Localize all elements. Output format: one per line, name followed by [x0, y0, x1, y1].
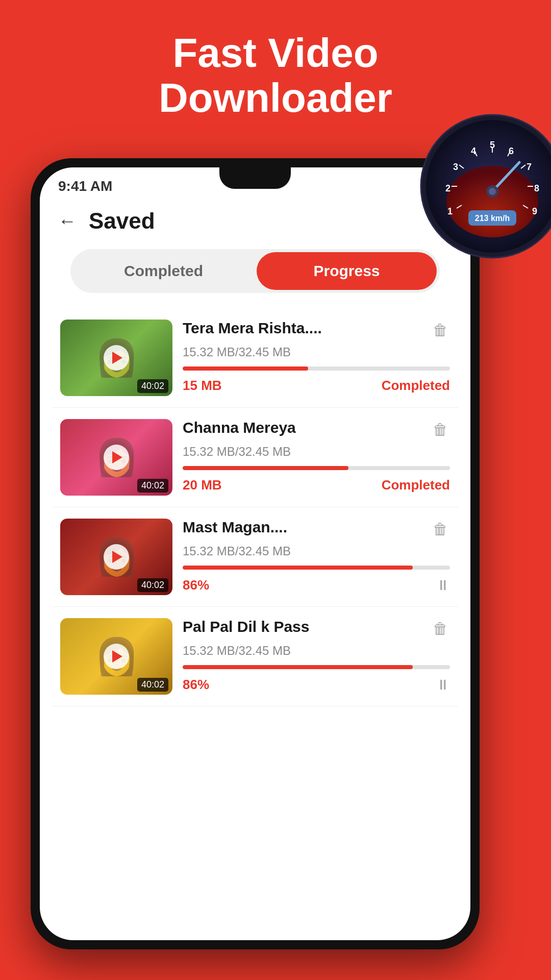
back-button[interactable]: ←: [58, 210, 77, 232]
progress-fill: [183, 466, 348, 470]
delete-button[interactable]: 🗑: [431, 320, 450, 341]
video-status-row: 86% ⏸: [183, 577, 450, 594]
play-button[interactable]: [104, 445, 129, 470]
video-thumbnail[interactable]: 👩 40:02: [60, 320, 172, 396]
video-status-row: 20 MB Completed: [183, 477, 450, 493]
list-item: 👩 40:02 Channa Mereya 🗑 15.32 MB/32.45 M…: [52, 408, 458, 507]
video-thumbnail[interactable]: 👩 40:02: [60, 419, 172, 496]
video-size: 15.32 MB/32.45 MB: [183, 644, 450, 658]
list-item: 👩 40:02 Pal Pal Dil k Pass 🗑 15.32 MB/32…: [52, 607, 458, 706]
video-downloaded: 20 MB: [183, 477, 222, 493]
list-item: 👩 40:02 Mast Magan.... 🗑 15.32 MB/32.45 …: [52, 507, 458, 607]
svg-text:7: 7: [527, 162, 532, 172]
video-info: Mast Magan.... 🗑 15.32 MB/32.45 MB 86% ⏸: [183, 519, 450, 594]
tab-switcher: Completed Progress: [70, 249, 440, 293]
progress-bar: [183, 366, 450, 371]
phone-notch: [219, 167, 291, 189]
phone-screen: 9:41 AM ← Saved Completed Progress 👩: [40, 167, 470, 940]
play-button[interactable]: [104, 644, 129, 669]
play-button[interactable]: [104, 345, 129, 371]
video-duration: 40:02: [137, 678, 168, 692]
video-info: Channa Mereya 🗑 15.32 MB/32.45 MB 20 MB …: [183, 419, 450, 493]
video-downloaded: 15 MB: [183, 378, 222, 394]
progress-fill: [183, 566, 413, 570]
speedometer: 1 2 3 4 5 6 7 8 9 213 km/h: [418, 112, 551, 260]
pause-button[interactable]: ⏸: [436, 577, 450, 594]
svg-text:1: 1: [447, 206, 453, 216]
svg-text:4: 4: [471, 146, 476, 156]
svg-point-2: [446, 166, 538, 237]
list-item: 👩 40:02 Tera Mera Rishta.... 🗑 15.32 MB/…: [52, 308, 458, 408]
video-title: Pal Pal Dil k Pass: [183, 618, 309, 635]
video-size: 15.32 MB/32.45 MB: [183, 544, 450, 558]
video-info: Pal Pal Dil k Pass 🗑 15.32 MB/32.45 MB 8…: [183, 618, 450, 693]
delete-button[interactable]: 🗑: [431, 519, 450, 540]
delete-button[interactable]: 🗑: [431, 419, 450, 440]
video-status-row: 15 MB Completed: [183, 378, 450, 394]
play-button[interactable]: [104, 544, 129, 570]
page-title: Saved: [89, 208, 155, 234]
progress-bar: [183, 466, 450, 470]
pause-button[interactable]: ⏸: [436, 676, 450, 693]
svg-text:6: 6: [509, 146, 514, 156]
video-title: Tera Mera Rishta....: [183, 320, 322, 337]
svg-text:2: 2: [445, 183, 450, 193]
svg-text:8: 8: [534, 183, 539, 193]
progress-fill: [183, 665, 413, 669]
progress-bar: [183, 566, 450, 570]
video-status: Completed: [382, 477, 450, 493]
svg-point-23: [489, 188, 496, 195]
video-status: Completed: [382, 378, 450, 394]
video-duration: 40:02: [137, 379, 168, 393]
svg-text:3: 3: [453, 162, 458, 172]
video-info: Tera Mera Rishta.... 🗑 15.32 MB/32.45 MB…: [183, 320, 450, 394]
video-title: Channa Mereya: [183, 419, 296, 436]
video-status-row: 86% ⏸: [183, 676, 450, 693]
video-list: 👩 40:02 Tera Mera Rishta.... 🗑 15.32 MB/…: [40, 308, 470, 706]
video-size: 15.32 MB/32.45 MB: [183, 445, 450, 459]
video-thumbnail[interactable]: 👩 40:02: [60, 618, 172, 695]
tab-progress[interactable]: Progress: [257, 252, 437, 290]
svg-text:213 km/h: 213 km/h: [475, 214, 510, 223]
app-header: ← Saved: [40, 198, 470, 244]
progress-fill: [183, 366, 308, 371]
video-duration: 40:02: [137, 479, 168, 493]
video-title: Mast Magan....: [183, 519, 287, 536]
video-thumbnail[interactable]: 👩 40:02: [60, 519, 172, 595]
video-downloaded: 86%: [183, 577, 209, 593]
video-size: 15.32 MB/32.45 MB: [183, 345, 450, 359]
status-time: 9:41 AM: [58, 178, 112, 194]
svg-text:9: 9: [532, 206, 537, 216]
phone-frame: 9:41 AM ← Saved Completed Progress 👩: [31, 158, 480, 949]
delete-button[interactable]: 🗑: [431, 618, 450, 640]
tab-completed[interactable]: Completed: [73, 252, 254, 290]
progress-bar: [183, 665, 450, 669]
video-downloaded: 86%: [183, 677, 209, 693]
video-duration: 40:02: [137, 578, 168, 592]
